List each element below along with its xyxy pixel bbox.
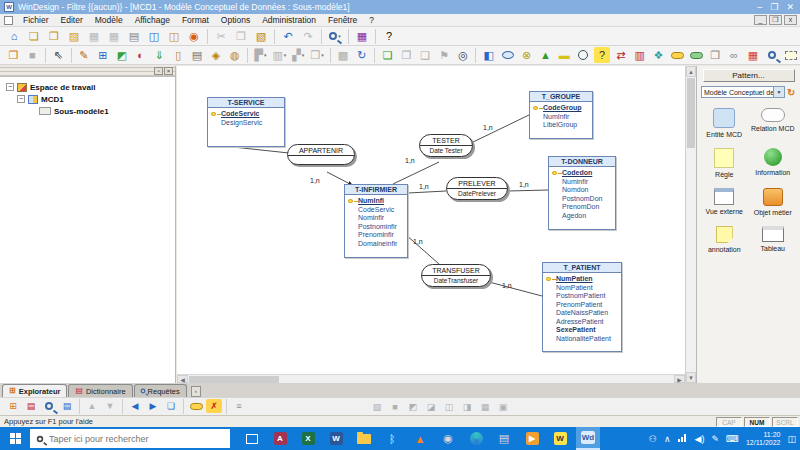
media-player-icon[interactable]: ▶ bbox=[520, 427, 544, 450]
vertical-scroll-thumb[interactable] bbox=[687, 78, 695, 148]
g2-5-icon[interactable]: ◫ bbox=[441, 400, 457, 414]
hierarchy-icon[interactable]: ⊞ bbox=[94, 47, 111, 63]
pill-yellow-icon[interactable] bbox=[669, 47, 686, 63]
bluetooth-icon[interactable]: ᛒ bbox=[380, 427, 404, 450]
entity-t-infirmier[interactable]: T-INFIRMIERNumInfiCodeServicNominfirPost… bbox=[344, 184, 408, 258]
close-icon[interactable]: ✕ bbox=[786, 3, 794, 12]
menu-item-fentre[interactable]: Fenêtre bbox=[322, 14, 363, 27]
model-type-select[interactable]: Modèle Conceptuel de Dor ▼ bbox=[701, 86, 785, 98]
taskbar-search[interactable] bbox=[30, 429, 230, 448]
exclude-icon[interactable]: ⊗ bbox=[518, 47, 535, 63]
tree-item-espace-de-travail[interactable]: −Espace de travail bbox=[2, 81, 173, 93]
frame-icon[interactable]: ■ bbox=[24, 47, 41, 63]
label-icon[interactable]: ▬ bbox=[556, 47, 573, 63]
relation-appartenir[interactable]: APPARTENIR bbox=[287, 144, 355, 165]
g2-2-icon[interactable]: ■ bbox=[387, 400, 403, 414]
explorer-tree-icon[interactable]: ⊞ bbox=[5, 399, 21, 413]
redo-icon[interactable]: ↷ bbox=[299, 28, 317, 44]
print-tool-icon[interactable]: ▤ bbox=[492, 427, 516, 450]
info-icon[interactable] bbox=[575, 47, 592, 63]
prev-icon[interactable]: ◀ bbox=[127, 399, 143, 413]
maximize-icon[interactable]: ❐ bbox=[770, 3, 778, 12]
hidden-icons-chevron-icon[interactable]: ∧ bbox=[664, 434, 671, 444]
entity-t-donneur[interactable]: T-DONNEURCodedonNuminfirNomdonPostnomDon… bbox=[548, 156, 616, 230]
note-off-icon[interactable]: ✗ bbox=[206, 399, 222, 413]
pill-green-icon[interactable] bbox=[688, 47, 705, 63]
green-arrow-icon[interactable]: ⇓ bbox=[151, 47, 168, 63]
new-file-icon[interactable]: ❏ bbox=[25, 28, 43, 44]
model-link-icon[interactable]: ❐ bbox=[5, 47, 22, 63]
ellipse-icon[interactable] bbox=[499, 47, 516, 63]
palette-item-entity[interactable]: Entité MCD bbox=[706, 108, 742, 138]
chevron-down-icon[interactable]: ▼ bbox=[773, 87, 784, 97]
print-icon[interactable]: ▤ bbox=[125, 28, 143, 44]
search-input[interactable] bbox=[49, 434, 209, 444]
triangle-icon[interactable]: ▲ bbox=[537, 47, 554, 63]
fit-icon[interactable]: ▩ bbox=[335, 47, 352, 63]
note-icon[interactable] bbox=[188, 399, 204, 413]
g2-3-icon[interactable]: ◩ bbox=[405, 400, 421, 414]
publish-icon[interactable]: ◉ bbox=[185, 28, 203, 44]
palette-item-table[interactable]: Tableau bbox=[760, 226, 785, 253]
export-icon[interactable]: ◫ bbox=[165, 28, 183, 44]
align-icon[interactable]: ▛▾ bbox=[252, 47, 269, 63]
touch-keyboard-icon[interactable]: ⌨ bbox=[726, 434, 739, 444]
bring-front-icon[interactable]: ❐ bbox=[707, 47, 724, 63]
canvas-vertical-scrollbar[interactable]: ▲ ▼ bbox=[685, 66, 696, 383]
menu-item-modle[interactable]: Modèle bbox=[89, 14, 129, 27]
menu-item-format[interactable]: Format bbox=[176, 14, 215, 27]
entity-t_patient[interactable]: T_PATIENTNumPatienNomPatientPostnomPatie… bbox=[542, 262, 622, 352]
vlc-icon[interactable]: ▲ bbox=[408, 427, 432, 450]
relation-transfuser[interactable]: TRANSFUSERDateTransfuser bbox=[421, 264, 491, 287]
tab-requtes[interactable]: Requêtes bbox=[134, 384, 187, 397]
move-down-icon[interactable]: ▼ bbox=[102, 399, 118, 413]
palette-item-object[interactable]: Objet métier bbox=[754, 188, 792, 216]
mosaic-icon[interactable]: ▦ bbox=[744, 47, 761, 63]
selection-icon[interactable] bbox=[782, 47, 799, 63]
volume-icon[interactable]: ◀) bbox=[695, 434, 705, 444]
tree-expander-icon[interactable]: − bbox=[17, 95, 25, 103]
windesign-doc-icon[interactable]: W bbox=[548, 427, 572, 450]
save-all-icon[interactable]: ▦ bbox=[105, 28, 123, 44]
palette-item-rule[interactable]: Règle bbox=[714, 148, 734, 178]
grid-icon[interactable]: ▦ bbox=[353, 28, 371, 44]
taskbar-clock[interactable]: 11:20 12/11/2022 bbox=[746, 431, 781, 447]
binoculars-icon[interactable]: ◎ bbox=[455, 47, 472, 63]
tree-expander-icon[interactable]: − bbox=[6, 83, 14, 91]
collapse-icon[interactable]: ≡ bbox=[231, 399, 247, 413]
palette-item-info[interactable]: Information bbox=[755, 148, 790, 178]
clipboard-icon[interactable]: ▯ bbox=[170, 47, 187, 63]
menu-item-affichage[interactable]: Affichage bbox=[129, 14, 176, 27]
pane-restore-icon[interactable]: ▫ bbox=[154, 67, 163, 75]
undo-icon[interactable]: ↶ bbox=[279, 28, 297, 44]
palette-item-view[interactable]: Vue externe bbox=[706, 188, 744, 216]
zoom-icon[interactable]: ▾ bbox=[326, 28, 344, 44]
globe-doc-icon[interactable]: ◍ bbox=[226, 47, 243, 63]
submodel-green-icon[interactable]: ❏ bbox=[379, 47, 396, 63]
start-button[interactable] bbox=[0, 427, 30, 450]
size-icon[interactable]: ▞▾ bbox=[290, 47, 307, 63]
menu-item-editer[interactable]: Editer bbox=[55, 14, 89, 27]
tab-explorateur[interactable]: ⊞Explorateur bbox=[2, 384, 67, 397]
horizontal-scroll-thumb[interactable] bbox=[189, 376, 279, 383]
cut-icon[interactable]: ✂ bbox=[212, 28, 230, 44]
scroll-down-icon[interactable]: ▼ bbox=[686, 372, 696, 383]
tree-item-mcd1[interactable]: −MCD1 bbox=[2, 93, 173, 105]
pane-close-icon[interactable]: × bbox=[164, 67, 173, 75]
palette-icon[interactable]: ◐ bbox=[132, 47, 149, 63]
dictionary-book-icon[interactable]: ▤ bbox=[23, 399, 39, 413]
distribute-icon[interactable]: ▥▾ bbox=[271, 47, 288, 63]
mdi-close-icon[interactable]: x bbox=[784, 15, 797, 25]
minimize-icon[interactable]: – bbox=[757, 3, 762, 12]
link-shape-icon[interactable]: ∞ bbox=[726, 47, 743, 63]
canvas-horizontal-scrollbar[interactable]: ◀ ▶ bbox=[177, 374, 685, 383]
submodel-copy-icon[interactable]: ❐ bbox=[398, 47, 415, 63]
pen-icon[interactable]: ✎ bbox=[711, 434, 719, 444]
help-box-icon[interactable]: ? bbox=[594, 47, 611, 63]
tab-scroll-button[interactable]: ‹ bbox=[191, 386, 201, 397]
table-color-icon[interactable]: ▥ bbox=[631, 47, 648, 63]
edge-icon[interactable] bbox=[464, 427, 488, 450]
scroll-left-icon[interactable]: ◀ bbox=[177, 375, 188, 383]
people-icon[interactable]: ⚇ bbox=[649, 434, 657, 444]
order-icon[interactable]: ❒▾ bbox=[309, 47, 326, 63]
